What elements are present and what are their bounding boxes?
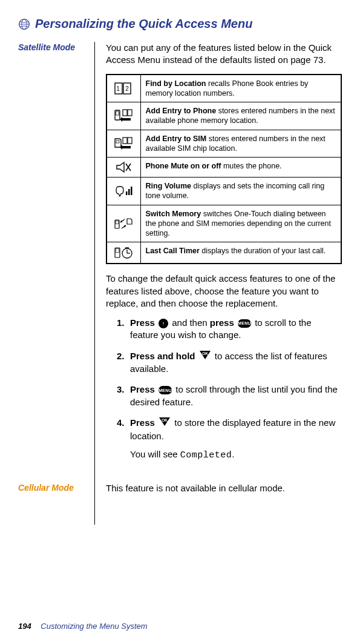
step4-lead: Press	[130, 417, 155, 428]
page-header: Personalizing the Quick Access Menu	[18, 17, 342, 31]
steps-list: Press ↑ and then press MENU to scroll to…	[106, 317, 342, 462]
feature-name: Ring Volume	[146, 182, 191, 190]
feature-name: Last Call Timer	[146, 247, 200, 255]
last-call-timer-icon	[106, 242, 140, 264]
completed-text: Completed	[180, 450, 232, 460]
step3-lead: Press	[130, 384, 155, 394]
ring-volume-icon	[106, 178, 140, 205]
feature-desc: Phone Mute on or off mutes the phone.	[140, 158, 341, 178]
svg-rect-9	[123, 110, 127, 116]
step1-mid: and then	[169, 317, 210, 328]
svg-rect-13	[128, 138, 132, 144]
svg-rect-17	[128, 189, 130, 195]
svg-rect-18	[131, 187, 133, 195]
step1-lead: Press	[130, 317, 155, 328]
features-table: 1 2 Find by Location recalls Phone Book …	[106, 74, 342, 265]
satellite-mode-label: Satellite Mode	[18, 42, 90, 53]
footer-section: Customizing the Menu System	[41, 622, 147, 631]
table-row: Last Call Timer displays the duration of…	[106, 242, 341, 264]
step1-press2: press	[210, 317, 234, 328]
svg-rect-12	[123, 138, 127, 144]
up-arrow-icon: ↑	[159, 319, 168, 328]
feature-name: Add Entry to SIM	[146, 134, 207, 143]
globe-icon	[18, 18, 30, 30]
feature-desc: Find by Location recalls Phone Book entr…	[140, 75, 341, 102]
svg-text:1: 1	[116, 85, 120, 92]
feature-desc: Add Entry to SIM stores entered numbers …	[140, 130, 341, 158]
svg-rect-10	[128, 110, 132, 116]
table-row: Add Entry to SIM stores entered numbers …	[106, 130, 341, 158]
phone-mute-icon	[106, 158, 140, 178]
table-row: Ring Volume displays and sets the incomi…	[106, 178, 341, 205]
mid-paragraph: To change the default quick access featu…	[106, 273, 342, 310]
cellular-paragraph: This feature is not available in cellula…	[106, 482, 342, 494]
page-title: Personalizing the Quick Access Menu	[35, 17, 252, 31]
feature-desc: Last Call Timer displays the duration of…	[140, 242, 341, 264]
ok-button-icon: OK	[159, 417, 171, 430]
feature-name: Add Entry to Phone	[146, 107, 217, 115]
ok-button-icon: OK	[199, 350, 211, 363]
svg-rect-11	[116, 141, 119, 143]
sidebar-cell: Cellular Mode	[18, 482, 94, 525]
svg-text:OK: OK	[162, 418, 168, 422]
cellular-mode-label: Cellular Mode	[18, 482, 90, 493]
step4-sub-post: .	[232, 449, 234, 459]
feature-text: displays the duration of your last call.	[200, 247, 326, 255]
svg-rect-8	[116, 111, 119, 115]
menu-button-icon: MENU	[238, 319, 251, 328]
feature-text: mutes the phone.	[221, 162, 281, 170]
step-4: Press OK to store the displayed feature …	[117, 417, 342, 462]
menu-button-icon: MENU	[159, 386, 172, 394]
satellite-section: Satellite Mode You can put any of the fe…	[18, 42, 342, 482]
step4-sub-pre: You will see	[130, 449, 180, 459]
svg-text:OK: OK	[202, 351, 208, 356]
table-row: 1 2 Find by Location recalls Phone Book …	[106, 75, 341, 102]
step-1: Press ↑ and then press MENU to scroll to…	[117, 317, 342, 342]
step-3: Press MENU to scroll through the list un…	[117, 383, 342, 408]
table-row: Switch Memory switches One-Touch dialing…	[106, 205, 341, 242]
table-row: Phone Mute on or off mutes the phone.	[106, 158, 341, 178]
svg-rect-16	[126, 191, 128, 195]
feature-name: Phone Mute on or off	[146, 162, 221, 170]
main-cell: This feature is not available in cellula…	[94, 482, 342, 525]
feature-desc: Switch Memory switches One-Touch dialing…	[140, 205, 341, 242]
intro-paragraph: You can put any of the features listed b…	[106, 42, 342, 67]
add-entry-phone-icon	[106, 102, 140, 130]
svg-text:2: 2	[125, 85, 129, 92]
page-number: 194	[18, 622, 31, 631]
cellular-section: Cellular Mode This feature is not availa…	[18, 482, 342, 525]
sidebar-sat: Satellite Mode	[18, 42, 94, 482]
feature-name: Find by Location	[146, 79, 206, 88]
find-by-location-icon: 1 2	[106, 75, 140, 102]
step-2: Press and hold OK to access the list of …	[117, 350, 342, 376]
feature-desc: Add Entry to Phone stores entered number…	[140, 102, 341, 130]
add-entry-sim-icon	[106, 130, 140, 158]
svg-rect-22	[116, 249, 119, 253]
svg-rect-20	[116, 221, 119, 224]
table-row: Add Entry to Phone stores entered number…	[106, 102, 341, 130]
step4-sub: You will see Completed.	[130, 448, 342, 462]
main-sat: You can put any of the features listed b…	[94, 42, 342, 482]
feature-desc: Ring Volume displays and sets the incomi…	[140, 178, 341, 205]
step2-lead: Press and hold	[130, 351, 195, 361]
switch-memory-icon	[106, 205, 140, 242]
feature-name: Switch Memory	[146, 210, 201, 218]
page-footer: 194 Customizing the Menu System	[18, 622, 148, 631]
